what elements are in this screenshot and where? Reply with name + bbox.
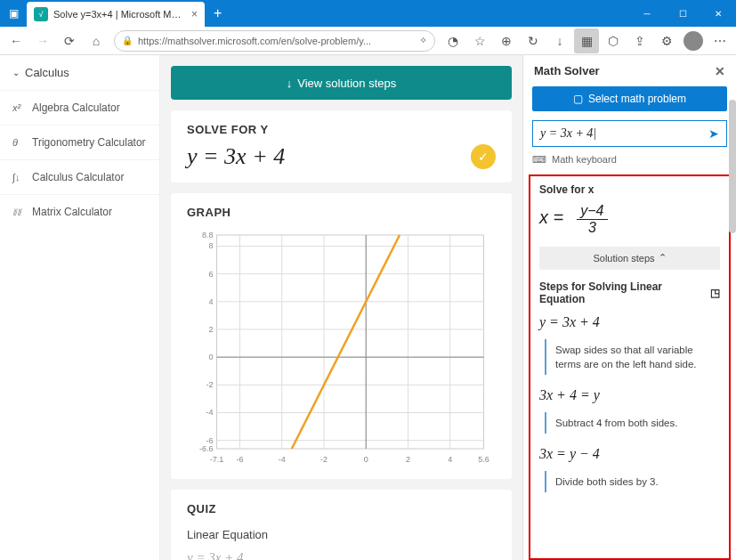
panel-close-icon[interactable]: ✕: [715, 64, 725, 78]
svg-text:-6: -6: [236, 455, 243, 464]
browser-tab[interactable]: √ Solve y=3x+4 | Microsoft Math S ×: [27, 2, 205, 27]
quiz-card: QUIZ Linear Equation y = 3x + 4: [171, 490, 512, 560]
new-tab-button[interactable]: +: [205, 5, 231, 21]
browser-toolbar: ← → ⟳ ⌂ 🔒 https://mathsolver.microsoft.c…: [0, 27, 736, 55]
fraction-denominator: 3: [577, 220, 607, 236]
window-titlebar: ▣ √ Solve y=3x+4 | Microsoft Math S × + …: [0, 0, 736, 27]
math-input[interactable]: y = 3x + 4| ➤: [532, 120, 727, 147]
step-equation: y = 3x + 4: [539, 314, 720, 330]
back-button[interactable]: ←: [4, 28, 28, 53]
sidebar-item-label: Algebra Calculator: [32, 101, 120, 114]
svg-text:-4: -4: [206, 408, 213, 417]
algebra-icon: x²: [12, 102, 25, 113]
sidebar-heading-label: Calculus: [25, 66, 69, 79]
view-solution-steps-button[interactable]: ↓ View solution steps: [171, 66, 512, 100]
solution-highlight: Solve for x x = y−4 3 Solution steps ⌃ S…: [529, 174, 731, 560]
trig-icon: θ: [12, 137, 25, 148]
steps-header: Steps for Solving Linear Equation: [539, 280, 710, 305]
sidebar-item-algebra[interactable]: x² Algebra Calculator: [0, 90, 159, 125]
close-window-button[interactable]: ✕: [700, 0, 736, 27]
quiz-equation: y = 3x + 4: [187, 550, 496, 560]
tab-favicon: √: [34, 7, 48, 21]
chevron-up-icon: ⌃: [659, 252, 667, 264]
keyboard-icon: ⌨: [532, 154, 546, 166]
svg-text:0: 0: [364, 455, 368, 464]
graph-title: GRAPH: [187, 206, 496, 219]
lock-icon: 🔒: [122, 36, 133, 45]
math-solver-toolbar-button[interactable]: ▦: [574, 28, 599, 53]
chevron-down-icon: ⌄: [12, 68, 20, 77]
svg-text:-4: -4: [279, 455, 286, 464]
solve-title: SOLVE FOR Y: [187, 123, 496, 136]
step-equation: 3x = y − 4: [539, 446, 720, 462]
svg-text:2: 2: [406, 455, 410, 464]
step-text: Subtract 4 from both sides.: [545, 412, 720, 434]
sidebar-item-calculus[interactable]: ∫↓ Calculus Calculator: [0, 159, 159, 194]
math-keyboard-button[interactable]: ⌨ Math keyboard: [532, 154, 727, 166]
view-steps-label: View solution steps: [297, 77, 396, 90]
svg-text:-2: -2: [206, 380, 213, 389]
svg-text:4: 4: [448, 455, 452, 464]
quiz-subtitle: Linear Equation: [187, 523, 496, 550]
checkmark-icon: ✓: [471, 144, 496, 169]
favorites-button[interactable]: ☆: [467, 28, 492, 53]
step-equation: 3x + 4 = y: [539, 387, 720, 403]
svg-text:-2: -2: [320, 455, 328, 464]
select-label: Select math problem: [588, 93, 686, 105]
extensions-button[interactable]: ⬡: [601, 28, 626, 53]
svg-text:-6.6: -6.6: [199, 444, 214, 453]
quiz-title: QUIZ: [187, 502, 496, 515]
maximize-button[interactable]: ☐: [665, 0, 700, 27]
share-button[interactable]: ⇪: [627, 28, 652, 53]
tab-title: Solve y=3x+4 | Microsoft Math S: [53, 9, 186, 20]
scrollbar[interactable]: [729, 100, 736, 233]
result-fraction: y−4 3: [577, 203, 607, 236]
downloads-button[interactable]: ↓: [547, 28, 572, 53]
panel-title: Math Solver: [534, 64, 600, 77]
sidebar-item-matrix[interactable]: ⦀⦀ Matrix Calculator: [0, 194, 159, 229]
math-input-value: y = 3x + 4|: [540, 126, 708, 141]
solve-for-label: Solve for x: [539, 183, 720, 196]
calculus-icon: ∫↓: [12, 172, 25, 183]
fraction-numerator: y−4: [577, 203, 607, 220]
tracking-button[interactable]: ◔: [441, 28, 465, 53]
step-text: Swap sides so that all variable terms ar…: [545, 339, 720, 375]
profile-button[interactable]: [681, 28, 706, 53]
svg-text:0: 0: [208, 353, 213, 361]
sidebar-heading[interactable]: ⌄ Calculus: [0, 55, 159, 90]
forward-button[interactable]: →: [30, 28, 55, 53]
collections-button[interactable]: ⊕: [494, 28, 519, 53]
graph-plot[interactable]: -6-4-2024-7.15.6-6-4-2024688.8-6.6: [187, 226, 496, 467]
svg-text:8: 8: [208, 241, 213, 250]
step-text: Divide both sides by 3.: [545, 471, 720, 492]
svg-text:6: 6: [208, 270, 213, 279]
home-button[interactable]: ⌂: [84, 28, 109, 53]
reader-icon[interactable]: ✧: [419, 35, 427, 46]
app-icon: ▣: [0, 0, 27, 27]
minimize-button[interactable]: ─: [629, 0, 665, 27]
address-bar[interactable]: 🔒 https://mathsolver.microsoft.com/en/so…: [114, 30, 435, 52]
performance-button[interactable]: ⚙: [654, 28, 679, 53]
graph-card: GRAPH -6-4-2024-7.15.6-6-4-2024688.8-6.6: [171, 193, 512, 479]
matrix-icon: ⦀⦀: [12, 207, 25, 218]
sidebar-item-label: Matrix Calculator: [32, 206, 112, 218]
sidebar: ⌄ Calculus x² Algebra Calculator θ Trigo…: [0, 55, 160, 560]
main-equation: y = 3x + 4: [187, 143, 285, 170]
solution-steps-label: Solution steps: [593, 253, 654, 264]
sidebar-item-trigonometry[interactable]: θ Trigonometry Calculator: [0, 125, 159, 159]
svg-text:5.6: 5.6: [478, 455, 489, 464]
send-icon[interactable]: ➤: [708, 126, 719, 141]
tab-close-icon[interactable]: ×: [191, 8, 198, 20]
history-button[interactable]: ↻: [521, 28, 546, 53]
keyboard-label: Math keyboard: [552, 154, 617, 165]
svg-text:2: 2: [208, 325, 213, 334]
refresh-button[interactable]: ⟳: [57, 28, 82, 53]
svg-line-35: [292, 235, 400, 449]
solution-steps-toggle[interactable]: Solution steps ⌃: [539, 247, 720, 270]
main-content: ↓ View solution steps SOLVE FOR Y y = 3x…: [160, 55, 522, 560]
more-button[interactable]: ⋯: [708, 28, 732, 53]
math-solver-panel: Math Solver ✕ ▢ Select math problem y = …: [522, 55, 736, 560]
select-math-problem-button[interactable]: ▢ Select math problem: [532, 86, 727, 111]
popout-icon[interactable]: ◳: [710, 287, 720, 299]
url-text: https://mathsolver.microsoft.com/en/solv…: [138, 36, 419, 46]
